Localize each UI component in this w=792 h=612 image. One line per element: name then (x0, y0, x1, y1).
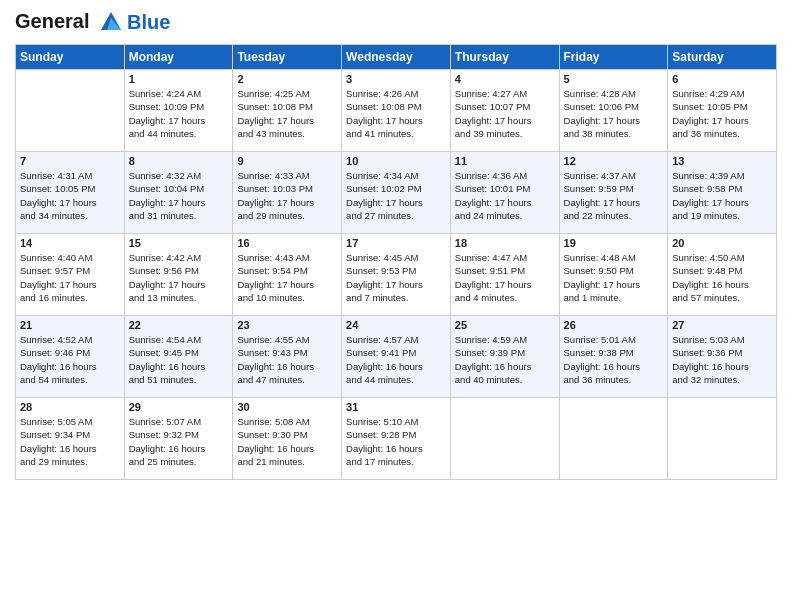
cell-line: Sunset: 9:51 PM (455, 265, 525, 276)
calendar-cell (559, 398, 668, 480)
calendar-cell: 5Sunrise: 4:28 AMSunset: 10:06 PMDayligh… (559, 70, 668, 152)
calendar-cell: 13Sunrise: 4:39 AMSunset: 9:58 PMDayligh… (668, 152, 777, 234)
day-number: 31 (346, 401, 446, 413)
cell-line: and 47 minutes. (237, 374, 305, 385)
cell-line: and 41 minutes. (346, 128, 414, 139)
cell-content: Sunrise: 4:37 AMSunset: 9:59 PMDaylight:… (564, 169, 664, 222)
cell-content: Sunrise: 4:24 AMSunset: 10:09 PMDaylight… (129, 87, 229, 140)
cell-content: Sunrise: 5:10 AMSunset: 9:28 PMDaylight:… (346, 415, 446, 468)
cell-content: Sunrise: 4:39 AMSunset: 9:58 PMDaylight:… (672, 169, 772, 222)
cell-line: Sunset: 10:08 PM (346, 101, 422, 112)
cell-line: Sunset: 9:30 PM (237, 429, 307, 440)
cell-line: Sunset: 10:05 PM (672, 101, 748, 112)
cell-line: Sunrise: 4:50 AM (672, 252, 744, 263)
cell-line: Daylight: 17 hours (237, 197, 314, 208)
cell-line: and 54 minutes. (20, 374, 88, 385)
cell-line: and 10 minutes. (237, 292, 305, 303)
calendar-cell: 26Sunrise: 5:01 AMSunset: 9:38 PMDayligh… (559, 316, 668, 398)
cell-line: Daylight: 17 hours (672, 197, 749, 208)
cell-line: Sunset: 10:03 PM (237, 183, 313, 194)
day-number: 11 (455, 155, 555, 167)
cell-line: Sunset: 9:58 PM (672, 183, 742, 194)
cell-content: Sunrise: 5:03 AMSunset: 9:36 PMDaylight:… (672, 333, 772, 386)
logo: General Blue (15, 10, 170, 36)
cell-line: Sunset: 10:04 PM (129, 183, 205, 194)
cell-content: Sunrise: 5:01 AMSunset: 9:38 PMDaylight:… (564, 333, 664, 386)
column-header-saturday: Saturday (668, 45, 777, 70)
cell-line: Sunrise: 4:33 AM (237, 170, 309, 181)
day-number: 13 (672, 155, 772, 167)
cell-line: and 36 minutes. (564, 374, 632, 385)
cell-line: Sunset: 9:57 PM (20, 265, 90, 276)
day-number: 9 (237, 155, 337, 167)
cell-line: Sunset: 10:01 PM (455, 183, 531, 194)
cell-line: Sunset: 9:32 PM (129, 429, 199, 440)
cell-line: Daylight: 16 hours (672, 361, 749, 372)
day-number: 26 (564, 319, 664, 331)
cell-content: Sunrise: 4:34 AMSunset: 10:02 PMDaylight… (346, 169, 446, 222)
day-number: 2 (237, 73, 337, 85)
cell-content: Sunrise: 4:59 AMSunset: 9:39 PMDaylight:… (455, 333, 555, 386)
week-row-3: 14Sunrise: 4:40 AMSunset: 9:57 PMDayligh… (16, 234, 777, 316)
calendar-cell: 31Sunrise: 5:10 AMSunset: 9:28 PMDayligh… (342, 398, 451, 480)
calendar-cell: 12Sunrise: 4:37 AMSunset: 9:59 PMDayligh… (559, 152, 668, 234)
calendar-cell: 6Sunrise: 4:29 AMSunset: 10:05 PMDayligh… (668, 70, 777, 152)
calendar-cell: 2Sunrise: 4:25 AMSunset: 10:08 PMDayligh… (233, 70, 342, 152)
column-header-friday: Friday (559, 45, 668, 70)
cell-line: Sunrise: 4:37 AM (564, 170, 636, 181)
cell-line: Daylight: 16 hours (564, 361, 641, 372)
cell-line: Sunset: 10:02 PM (346, 183, 422, 194)
cell-line: Sunrise: 4:43 AM (237, 252, 309, 263)
calendar-cell: 24Sunrise: 4:57 AMSunset: 9:41 PMDayligh… (342, 316, 451, 398)
cell-line: Sunrise: 4:24 AM (129, 88, 201, 99)
cell-line: Sunset: 9:28 PM (346, 429, 416, 440)
calendar-cell: 4Sunrise: 4:27 AMSunset: 10:07 PMDayligh… (450, 70, 559, 152)
cell-line: and 1 minute. (564, 292, 622, 303)
cell-content: Sunrise: 4:47 AMSunset: 9:51 PMDaylight:… (455, 251, 555, 304)
cell-line: and 44 minutes. (346, 374, 414, 385)
cell-line: Sunrise: 5:10 AM (346, 416, 418, 427)
cell-content: Sunrise: 4:42 AMSunset: 9:56 PMDaylight:… (129, 251, 229, 304)
cell-line: Daylight: 17 hours (237, 115, 314, 126)
calendar-cell: 3Sunrise: 4:26 AMSunset: 10:08 PMDayligh… (342, 70, 451, 152)
cell-line: Sunset: 9:45 PM (129, 347, 199, 358)
cell-line: Sunrise: 4:52 AM (20, 334, 92, 345)
calendar-cell: 17Sunrise: 4:45 AMSunset: 9:53 PMDayligh… (342, 234, 451, 316)
cell-content: Sunrise: 4:28 AMSunset: 10:06 PMDaylight… (564, 87, 664, 140)
cell-line: Sunset: 9:41 PM (346, 347, 416, 358)
calendar-cell (668, 398, 777, 480)
cell-content: Sunrise: 4:48 AMSunset: 9:50 PMDaylight:… (564, 251, 664, 304)
cell-line: Daylight: 17 hours (20, 197, 97, 208)
day-number: 12 (564, 155, 664, 167)
day-number: 19 (564, 237, 664, 249)
column-header-tuesday: Tuesday (233, 45, 342, 70)
day-number: 16 (237, 237, 337, 249)
cell-line: and 43 minutes. (237, 128, 305, 139)
cell-line: and 39 minutes. (455, 128, 523, 139)
calendar-cell: 7Sunrise: 4:31 AMSunset: 10:05 PMDayligh… (16, 152, 125, 234)
cell-content: Sunrise: 4:50 AMSunset: 9:48 PMDaylight:… (672, 251, 772, 304)
cell-line: Daylight: 17 hours (346, 197, 423, 208)
cell-line: Sunset: 9:39 PM (455, 347, 525, 358)
day-number: 25 (455, 319, 555, 331)
cell-line: and 34 minutes. (20, 210, 88, 221)
day-number: 7 (20, 155, 120, 167)
header-row: SundayMondayTuesdayWednesdayThursdayFrid… (16, 45, 777, 70)
cell-line: Daylight: 17 hours (564, 197, 641, 208)
cell-line: and 51 minutes. (129, 374, 197, 385)
cell-line: Daylight: 17 hours (129, 197, 206, 208)
calendar-cell: 27Sunrise: 5:03 AMSunset: 9:36 PMDayligh… (668, 316, 777, 398)
calendar-cell: 1Sunrise: 4:24 AMSunset: 10:09 PMDayligh… (124, 70, 233, 152)
cell-content: Sunrise: 4:32 AMSunset: 10:04 PMDaylight… (129, 169, 229, 222)
cell-line: and 27 minutes. (346, 210, 414, 221)
column-header-thursday: Thursday (450, 45, 559, 70)
day-number: 6 (672, 73, 772, 85)
cell-line: Daylight: 17 hours (564, 279, 641, 290)
calendar-cell: 9Sunrise: 4:33 AMSunset: 10:03 PMDayligh… (233, 152, 342, 234)
cell-line: Sunset: 9:38 PM (564, 347, 634, 358)
week-row-2: 7Sunrise: 4:31 AMSunset: 10:05 PMDayligh… (16, 152, 777, 234)
cell-line: Sunrise: 4:36 AM (455, 170, 527, 181)
cell-line: and 40 minutes. (455, 374, 523, 385)
cell-line: Sunset: 10:08 PM (237, 101, 313, 112)
cell-line: Sunrise: 4:28 AM (564, 88, 636, 99)
